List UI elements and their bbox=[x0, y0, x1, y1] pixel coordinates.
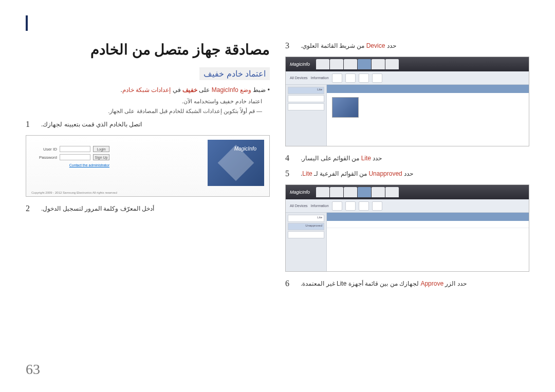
config-bullet: • ضبط وضع MagicInfo على خفيف في إعدادات … bbox=[26, 85, 270, 95]
approve-bullet: اعتماد خادم خفيف واستخدامه الآن. bbox=[26, 98, 262, 105]
tool-btn-4[interactable] bbox=[372, 73, 382, 83]
corner-accent bbox=[26, 15, 28, 31]
app-body-1: Lite bbox=[286, 85, 529, 146]
toolbar-label-1b: Information bbox=[311, 76, 329, 80]
login-password-row: Password Sign Up bbox=[36, 154, 109, 160]
step-5-kw: Unapproved bbox=[368, 170, 402, 177]
tab-5[interactable] bbox=[372, 59, 385, 69]
step-3-num: 3 bbox=[285, 41, 294, 50]
device-thumbnail[interactable] bbox=[332, 97, 359, 118]
step-3-post: من شريط القائمة العلوي. bbox=[301, 42, 366, 49]
side-item-1b[interactable] bbox=[288, 103, 324, 110]
data-header-2 bbox=[327, 213, 529, 221]
login-form: User ID Login Password Sign Up Contact t… bbox=[36, 146, 109, 167]
tab-2-5[interactable] bbox=[372, 187, 385, 197]
tab-6[interactable] bbox=[385, 59, 399, 69]
app-body-2: Lite Unapproved bbox=[286, 213, 529, 271]
side-item-2a[interactable] bbox=[288, 231, 324, 238]
step-6-pre: حدد الزر bbox=[443, 280, 467, 287]
tool-btn-3[interactable] bbox=[359, 73, 369, 83]
tab-2-device[interactable] bbox=[358, 187, 371, 197]
app-tabs-2 bbox=[316, 187, 399, 197]
tab-2-6[interactable] bbox=[385, 187, 399, 197]
step-4-pre: حدد bbox=[371, 155, 382, 162]
toolbar-label-2a: All Devices bbox=[290, 204, 308, 208]
page-number: 63 bbox=[26, 361, 40, 378]
step-1-num: 1 bbox=[26, 120, 35, 129]
step-3-pre: حدد bbox=[385, 42, 396, 49]
signup-button[interactable]: Sign Up bbox=[93, 154, 109, 160]
step-4-text: حدد Lite من القوائم على اليسار. bbox=[301, 154, 382, 163]
login-screenshot: MagicInfo User ID Login Password Sign Up… bbox=[26, 135, 270, 197]
step-3-text: حدد Device من شريط القائمة العلوي. bbox=[301, 41, 396, 50]
step-4-post: من القوائم على اليسار. bbox=[301, 155, 361, 162]
tab-1[interactable] bbox=[316, 59, 329, 69]
approve-pre: اعتماد خادم bbox=[234, 98, 262, 104]
tool-btn-1[interactable] bbox=[332, 73, 342, 83]
device-screenshot-2: MagicInfo All Devices Information bbox=[285, 184, 529, 272]
config-in: في bbox=[171, 86, 182, 94]
side-item-1a[interactable] bbox=[288, 95, 324, 102]
toolbar-label-1a: All Devices bbox=[290, 76, 308, 80]
step-2: 2 أدخل المعرّف وكلمة المرور لتسجيل الدخو… bbox=[26, 204, 270, 213]
dash-post: للخادم قبل المصادقة على الجهاز. bbox=[108, 108, 185, 114]
approve-light: خفيف bbox=[220, 98, 234, 104]
login-brand-panel: MagicInfo bbox=[208, 140, 264, 186]
login-userid-row: User ID Login bbox=[36, 146, 109, 152]
step-3: 3 حدد Device من شريط القائمة العلوي. bbox=[285, 41, 529, 50]
step-5-num: 5 bbox=[285, 169, 294, 178]
step-4: 4 حدد Lite من القوائم على اليسار. bbox=[285, 154, 529, 163]
tab-2-1[interactable] bbox=[316, 187, 329, 197]
side-lite-2[interactable]: Lite bbox=[288, 215, 324, 222]
step-4-num: 4 bbox=[285, 154, 294, 163]
app-logo-2: MagicInfo bbox=[290, 190, 310, 195]
dash-net: إعدادات الشبكة bbox=[186, 108, 222, 114]
sidebar-1: Lite bbox=[286, 85, 327, 146]
left-column: 3 حدد Device من شريط القائمة العلوي. Mag… bbox=[285, 41, 529, 294]
app-tabs-1 bbox=[316, 59, 399, 69]
sidebar-2: Lite Unapproved bbox=[286, 213, 327, 271]
login-button[interactable]: Login bbox=[93, 146, 109, 152]
toolbar-label-2b: Information bbox=[311, 204, 329, 208]
tab-2-3[interactable] bbox=[344, 187, 357, 197]
app-logo-1: MagicInfo bbox=[290, 62, 310, 67]
tool-btn-2[interactable] bbox=[345, 73, 356, 83]
step-3-kw: Device bbox=[366, 42, 385, 49]
tool-btn-2-3[interactable] bbox=[359, 201, 369, 211]
side-unapproved[interactable]: Unapproved bbox=[288, 223, 324, 230]
step-5-post: من القوائم الفرعية لـ bbox=[312, 170, 369, 177]
right-column: مصادقة جهاز متصل من الخادم اعتماد خادم خ… bbox=[26, 41, 270, 294]
side-lite-1[interactable]: Lite bbox=[288, 87, 324, 94]
login-logo: MagicInfo bbox=[234, 146, 256, 152]
app-toolbar-1: All Devices Information bbox=[286, 71, 529, 85]
app-header-2: MagicInfo bbox=[286, 185, 529, 199]
config-mid: على bbox=[197, 86, 212, 94]
main-area-1 bbox=[327, 85, 529, 146]
config-light: خفيف bbox=[182, 86, 197, 94]
tab-2-2[interactable] bbox=[330, 187, 343, 197]
tool-btn-2-1[interactable] bbox=[332, 201, 342, 211]
step-5-kw2: Lite bbox=[302, 170, 312, 177]
main-title: مصادقة جهاز متصل من الخادم bbox=[26, 41, 270, 58]
content-columns: مصادقة جهاز متصل من الخادم اعتماد خادم خ… bbox=[26, 41, 529, 294]
step-2-text: أدخل المعرّف وكلمة المرور لتسجيل الدخول. bbox=[41, 204, 154, 213]
config-net: إعدادات شبكة خادم bbox=[122, 86, 171, 94]
password-input[interactable] bbox=[60, 154, 90, 160]
tab-2[interactable] bbox=[330, 59, 343, 69]
tool-btn-2-2[interactable] bbox=[345, 201, 356, 211]
tab-device[interactable] bbox=[358, 59, 371, 69]
tool-btn-2-4[interactable] bbox=[372, 201, 382, 211]
password-label: Password bbox=[36, 155, 57, 160]
step-2-num: 2 bbox=[26, 204, 35, 213]
userid-label: User ID bbox=[36, 147, 57, 152]
userid-input[interactable] bbox=[60, 146, 90, 152]
main-area-2 bbox=[327, 213, 529, 271]
step-5: 5 حدد Unapproved من القوائم الفرعية لـ L… bbox=[285, 169, 529, 178]
dash-bullet: ― قم أولاً بتكوين إعدادات الشبكة للخادم … bbox=[26, 108, 262, 115]
admin-link[interactable]: Contact the administrator bbox=[36, 163, 109, 167]
data-header-1 bbox=[327, 85, 529, 93]
tab-3[interactable] bbox=[344, 59, 357, 69]
dash-pre: ― قم أولاً بتكوين bbox=[222, 108, 262, 114]
config-mode: وضع MagicInfo bbox=[212, 86, 251, 94]
data-row-1[interactable] bbox=[327, 221, 529, 228]
